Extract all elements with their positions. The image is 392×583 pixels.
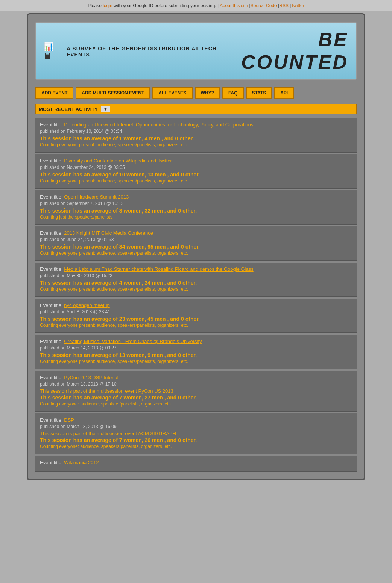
event-title-label: Event title: (40, 122, 64, 128)
multisession-prefix: This session is part of the multisession… (40, 431, 138, 436)
event-title-row: Event title: Open Hardware Summit 2013 (40, 194, 352, 200)
event-item: Event title: Diversity and Contention on… (35, 154, 357, 189)
event-date: published on September 7, 2013 @ 16:13 (40, 201, 352, 206)
event-item: Event title: nyc opengeo meetuppublished… (35, 299, 357, 333)
nav-button-all-events[interactable]: ALL EVENTS (152, 87, 192, 99)
event-counting: Counting everyone: audience, speakers/pa… (40, 444, 352, 449)
multisession-prefix: This session is part of the multisession… (40, 388, 138, 394)
event-counting: Counting just the speakers/panelists (40, 214, 352, 220)
nav-button-why?[interactable]: WHY? (195, 87, 220, 99)
event-title-label: Event title: (40, 230, 64, 236)
event-title-label: Event title: (40, 339, 64, 344)
event-counting: Counting everyone present: audience, spe… (40, 178, 352, 184)
event-item: Event title: Media Lab: alum Thad Starne… (35, 263, 357, 297)
top-bar-text2: with your Google ID before submitting yo… (112, 3, 219, 8)
event-title-row: Event title: nyc opengeo meetup (40, 302, 352, 308)
activity-select-icon[interactable]: ▼ (101, 106, 110, 112)
event-title-row: Event title: Diversity and Contention on… (40, 158, 352, 164)
event-counting: Counting everyone present: audience, spe… (40, 323, 352, 328)
about-link[interactable]: About this site (220, 3, 248, 8)
nav-button-stats[interactable]: STATS (246, 87, 272, 99)
event-stats: This session has an average of 23 women,… (40, 316, 352, 322)
event-stats: This session has an average of 8 women, … (40, 208, 352, 214)
event-item: Event title: DSPpublished on March 13, 2… (35, 413, 357, 454)
event-title-row: Event title: Wikimania 2012 (40, 460, 352, 465)
event-counting: Counting everyone present: audience, spe… (40, 251, 352, 256)
event-stats: This session has an average of 13 women,… (40, 352, 352, 358)
event-item: Event title: PyCon 2013 DSP tutorialpubl… (35, 371, 357, 412)
chart-icon: 📊 🖩 (44, 42, 64, 61)
top-bar: Please login with your Google ID before … (0, 0, 392, 11)
events-list: Event title: Defending an Unowned Intern… (35, 118, 357, 472)
event-stats: This session has an average of 1 women, … (40, 135, 352, 141)
source-link[interactable]: Source Code (251, 3, 277, 8)
event-counting: Counting everyone present: audience, spe… (40, 287, 352, 292)
event-multisession: This session is part of the multisession… (40, 388, 352, 394)
event-date: published on April 8, 2013 @ 23:41 (40, 309, 352, 314)
event-title-row: Event title: Defending an Unowned Intern… (40, 122, 352, 128)
event-title-link[interactable]: Diversity and Contention on Wikipedia an… (64, 158, 172, 164)
activity-label: MOST RECENT ACTIVITY (39, 106, 98, 112)
event-counting: Counting everyone: audience, speakers/pa… (40, 401, 352, 407)
event-title-label: Event title: (40, 302, 64, 308)
event-title-link[interactable]: Defending an Unowned Internet: Opportuni… (64, 122, 253, 128)
event-title-link[interactable]: DSP (64, 417, 74, 423)
nav-button-add-event[interactable]: ADD EVENT (35, 87, 73, 99)
event-title-row: Event title: DSP (40, 417, 352, 423)
event-stats: This session has an average of 7 women, … (40, 395, 352, 401)
event-stats: This session has an average of 7 women, … (40, 437, 352, 443)
event-title-label: Event title: (40, 417, 64, 423)
login-link[interactable]: login (103, 3, 112, 8)
event-item: Event title: Open Hardware Summit 2013pu… (35, 190, 357, 225)
header-bottom: 📊 🖩 A SURVEY OF THE GENDER DISTRIBUTION … (44, 42, 241, 61)
event-title-link[interactable]: Media Lab: alum Thad Starner chats with … (64, 266, 253, 272)
event-stats: This session has an average of 84 women,… (40, 244, 352, 250)
event-stats: This session has an average of 10 women,… (40, 172, 352, 178)
nav-bar: ADD EVENTADD MULTI-SESSION EVENTALL EVEN… (35, 87, 357, 99)
event-date: published on February 10, 2014 @ 03:34 (40, 129, 352, 134)
nav-button-api[interactable]: API (274, 87, 294, 99)
event-title-label: Event title: (40, 194, 64, 200)
event-counting: Counting everyone present: audience, spe… (40, 359, 352, 364)
event-title-row: Event title: Creating Musical Variation … (40, 339, 352, 344)
multisession-link[interactable]: PyCon US 2013 (138, 388, 173, 394)
header-title: BE COUNTED (241, 28, 348, 73)
header-left: 📊 🖩 A SURVEY OF THE GENDER DISTRIBUTION … (44, 40, 241, 61)
outer-container: 📊 🖩 A SURVEY OF THE GENDER DISTRIBUTION … (27, 13, 365, 480)
event-title-label: Event title: (40, 460, 64, 465)
event-title-link[interactable]: 2013 Knight MIT Civic Media Conference (64, 230, 153, 236)
event-title-row: Event title: 2013 Knight MIT Civic Media… (40, 230, 352, 236)
twitter-link[interactable]: Twitter (291, 3, 304, 8)
event-title-link[interactable]: Wikimania 2012 (64, 460, 99, 465)
event-counting: Counting everyone present: audience, spe… (40, 142, 352, 147)
event-multisession: This session is part of the multisession… (40, 431, 352, 436)
event-title-label: Event title: (40, 266, 64, 272)
event-title-row: Event title: PyCon 2013 DSP tutorial (40, 375, 352, 380)
event-item: Event title: Defending an Unowned Intern… (35, 118, 357, 153)
event-title-label: Event title: (40, 375, 64, 380)
multisession-link[interactable]: ACM SIGGRAPH (138, 431, 176, 436)
event-item: Event title: 2013 Knight MIT Civic Media… (35, 226, 357, 261)
rss-link[interactable]: RSS (279, 3, 289, 8)
event-title-link[interactable]: PyCon 2013 DSP tutorial (64, 375, 118, 380)
event-date: published on March 13, 2013 @ 17:10 (40, 381, 352, 387)
event-date: published on March 14, 2013 @ 03:27 (40, 345, 352, 351)
event-item: Event title: Wikimania 2012 (35, 456, 357, 472)
event-date: published on March 13, 2013 @ 16:09 (40, 424, 352, 429)
event-date: published on June 24, 2013 @ 01:53 (40, 237, 352, 242)
event-date: published on November 24, 2013 @ 03:05 (40, 165, 352, 170)
top-bar-text: Please (88, 3, 103, 8)
event-date: published on May 30, 2013 @ 15:23 (40, 273, 352, 278)
event-stats: This session has an average of 4 women, … (40, 280, 352, 286)
event-item: Event title: Creating Musical Variation … (35, 335, 357, 369)
nav-button-add-multi-session-event[interactable]: ADD MULTI-SESSION EVENT (76, 87, 150, 99)
header-subtitle: A SURVEY OF THE GENDER DISTRIBUTION AT T… (67, 46, 241, 58)
event-title-link[interactable]: Open Hardware Summit 2013 (64, 194, 129, 200)
header-box: 📊 🖩 A SURVEY OF THE GENDER DISTRIBUTION … (35, 22, 357, 80)
activity-box: MOST RECENT ACTIVITY ▼ (35, 104, 357, 114)
nav-button-faq[interactable]: FAQ (222, 87, 244, 99)
event-title-label: Event title: (40, 158, 64, 164)
event-title-link[interactable]: Creating Musical Variation - From Chaos … (64, 339, 202, 344)
event-title-link[interactable]: nyc opengeo meetup (64, 302, 109, 308)
event-title-row: Event title: Media Lab: alum Thad Starne… (40, 266, 352, 272)
